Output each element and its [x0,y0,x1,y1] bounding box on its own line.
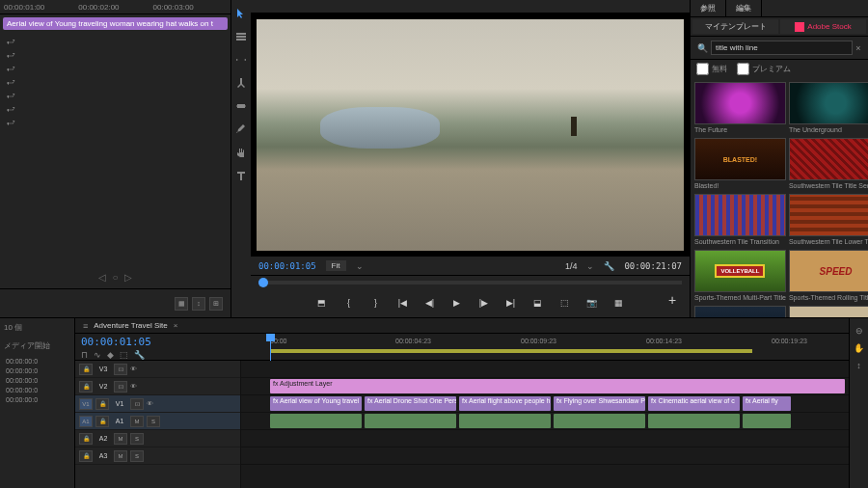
template-item[interactable]: Southwestern Tile Title Seque. [789,138,868,191]
media-item[interactable]: 00:00:00:0 [4,366,70,375]
zoom-fit-select[interactable]: Fit [326,260,346,271]
settings-icon[interactable]: ⬚ [120,350,128,360]
video-clip[interactable]: fx Aerial Drone Shot One Perso [365,396,456,411]
clear-search-icon[interactable]: × [853,43,864,53]
type-tool[interactable] [233,168,249,183]
export-frame-icon[interactable]: 📷 [584,295,600,311]
checkbox-free[interactable] [696,63,709,75]
template-item[interactable]: SPEEDSports-Themed Rolling Title T [789,250,868,303]
nav-prev-icon[interactable]: ◁ [98,272,106,283]
subtab-adobe-stock[interactable]: Adobe Stock [780,19,866,34]
track-lock-icon[interactable]: 🔒 [95,398,109,410]
filter-free[interactable]: 無料 [696,63,727,75]
track-lock-icon[interactable]: 🔒 [79,364,93,375]
zoom-tool-icon[interactable]: ⊖ [855,326,863,336]
slip-tool[interactable] [233,98,249,114]
media-item[interactable]: 00:00:00:0 [4,357,70,366]
scrub-playhead[interactable] [258,278,268,287]
mark-out-icon[interactable]: } [368,295,384,311]
adjustment-layer-clip[interactable]: fx Adjustment Layer [270,379,845,393]
scrub-bar[interactable] [251,275,690,288]
track-label[interactable]: V2 [95,383,111,390]
mute-button[interactable]: M [130,416,144,427]
tab-edit[interactable]: 編集 [726,0,762,16]
nav-next-icon[interactable]: ▷ [124,272,132,283]
template-item[interactable]: Southwestern Tile Transition [694,194,786,247]
marker-in-icon[interactable]: ⬒ [314,295,330,311]
template-item[interactable]: BLASTED!Blasted! [694,138,786,191]
audio-clip[interactable] [743,414,791,428]
video-clip[interactable]: fx Cinematic aerial view of c [648,396,740,411]
audio-clip[interactable] [270,414,362,428]
solo-button[interactable]: S [147,416,160,427]
track-label[interactable]: A3 [95,452,111,459]
track-target[interactable]: V1 [79,398,93,410]
wrench-icon[interactable]: 🔧 [604,261,614,271]
template-item[interactable]: VOLLEYBALLSports-Themed Multi-Part Title [694,250,786,303]
close-sequence-icon[interactable]: × [174,321,178,330]
audio-clip[interactable] [554,414,645,428]
mute-button[interactable]: M [114,433,127,445]
template-item[interactable]: The Future [694,82,786,135]
media-item[interactable]: 00:00:00:0 [4,395,70,404]
template-item[interactable]: The Underground [789,82,868,135]
page-indicator[interactable]: 1/4 [565,261,578,271]
go-to-out-icon[interactable]: ▶| [503,295,519,311]
lift-icon[interactable]: ⬓ [530,295,546,311]
eye-icon[interactable]: 👁 [130,366,137,372]
scroll-icon[interactable]: ↕ [856,361,861,370]
track-label[interactable]: V1 [112,400,127,407]
panel-btn-3[interactable]: ⊞ [209,297,223,311]
razor-tool[interactable] [233,75,249,91]
step-fwd-icon[interactable]: |▶ [476,295,492,311]
track-lock-icon[interactable]: 🔒 [79,450,93,462]
pen-tool[interactable] [233,122,249,137]
track-lock-icon[interactable]: 🔒 [79,433,93,445]
link-icon[interactable]: ∿ [94,350,101,360]
mark-in-icon[interactable]: { [341,295,357,311]
eye-icon[interactable]: 👁 [147,400,153,407]
track-output-toggle[interactable]: ⊡ [114,364,127,375]
sequence-name[interactable]: Adventure Travel Site [94,321,167,330]
comparison-icon[interactable]: ▦ [611,295,627,311]
solo-button[interactable]: S [130,433,144,445]
filter-premium[interactable]: プレミアム [737,63,791,75]
play-icon[interactable]: ▶ [449,295,465,311]
dropdown-icon[interactable]: ⌄ [356,261,364,271]
mute-button[interactable]: M [114,450,127,462]
eye-icon[interactable]: 👁 [130,383,137,390]
track-output-toggle[interactable]: ⊡ [130,398,144,410]
track-output-toggle[interactable]: ⊡ [114,381,127,393]
add-button[interactable]: + [663,290,682,310]
panel-btn-2[interactable]: ↕ [192,297,205,311]
subtab-my-templates[interactable]: マイテンプレート [692,19,778,34]
marker-icon[interactable]: ◆ [107,350,114,360]
media-item[interactable]: 00:00:00:0 [4,376,70,385]
track-label[interactable]: V3 [95,366,111,372]
selection-tool[interactable] [233,6,249,21]
track-label[interactable]: A2 [95,435,111,442]
timecode-current[interactable]: 00:00:01:05 [258,261,316,271]
wrench-icon[interactable]: 🔧 [134,350,145,360]
ripple-tool[interactable] [233,52,249,68]
seq-menu-icon[interactable]: ≡ [83,321,88,331]
go-to-in-icon[interactable]: |◀ [395,295,411,311]
template-item[interactable]: Southwestern Tile Lower Third [789,194,868,247]
template-item[interactable]: TEAM ONEVSTEAM TWOFast Sports-Themed Tex… [694,306,786,317]
panel-btn-1[interactable]: ▦ [175,297,188,311]
video-clip[interactable]: fx Aerial fly [743,396,791,411]
track-label[interactable]: A1 [112,418,127,424]
timeline-ruler[interactable]: 00:0000:00:04:2300:00:09:2300:00:14:2300… [241,334,849,360]
work-area-bar[interactable] [270,349,752,353]
video-clip[interactable]: fx Aerial view of Young travel [270,396,362,411]
media-item[interactable]: 00:00:00:0 [4,386,70,394]
snap-icon[interactable]: ⊓ [81,350,88,360]
extract-icon[interactable]: ⬚ [557,295,573,311]
template-item[interactable]: Handwritten Note Title [789,306,868,317]
audio-clip[interactable] [365,414,456,428]
video-clip[interactable]: fx Aerial flight above people h [459,396,551,411]
video-clip[interactable]: fx Flying over Shwesandaw Pa [554,396,645,411]
timeline-timecode[interactable]: 00:00:01:05 [81,336,235,348]
checkbox-premium[interactable] [737,63,749,75]
search-input[interactable] [711,41,853,55]
